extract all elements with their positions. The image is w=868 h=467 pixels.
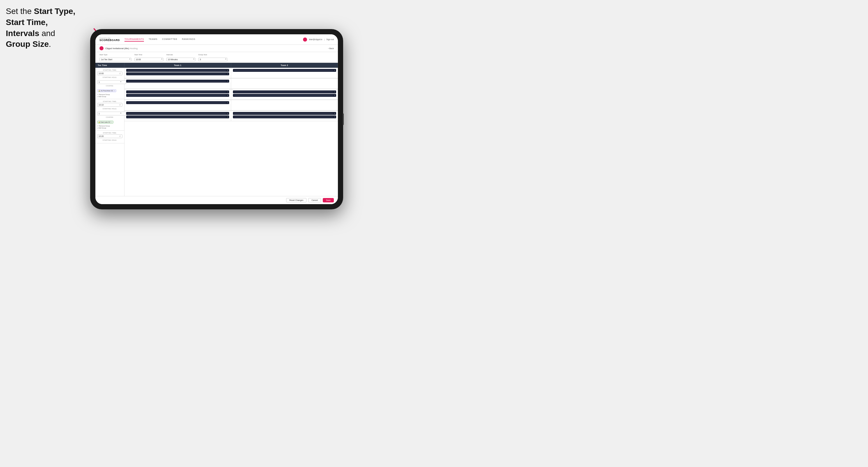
col-tee-time: Tee Time [95, 63, 124, 68]
user-email: blair@clippd.io [309, 38, 322, 40]
bottom-bar: Reset Changes Cancel Save [95, 196, 338, 204]
group-3-team2: ✕ ✕ [231, 111, 338, 121]
group-1-extra-right: ✕ [124, 79, 338, 89]
player-name-bar [127, 113, 226, 114]
table-header: Tee Time Team 1 Team 2 [95, 63, 338, 68]
col-team2: Team 2 [231, 63, 338, 68]
cancel-button[interactable]: Cancel [308, 198, 321, 203]
left-panel: STARTING TIME: 10:00 ⏱ STARTING HOLE: 1 … [95, 68, 124, 196]
player-row: ✕ [126, 80, 229, 83]
player-name-bar [127, 73, 226, 75]
player-row: ✕ [233, 116, 336, 118]
back-button[interactable]: ‹ Back [328, 48, 334, 50]
group-2-extra-right: ✕ [124, 100, 338, 111]
group-1-extra-team1: ✕ [124, 79, 231, 89]
right-panel: ✕ ✕ ✕ [124, 68, 338, 196]
sub-nav: Clippd Invitational (Me) Hosting ‹ Back [95, 45, 338, 52]
group-1-team2: ✕ [231, 68, 338, 78]
group-2-team2: ✕ ✕ [231, 89, 338, 100]
intervals-select[interactable]: 10 Minutes [166, 58, 195, 61]
group-1-left: STARTING TIME: 10:00 ⏱ STARTING HOLE: 1 … [95, 68, 124, 99]
player-name-bar [127, 81, 226, 82]
start-type-select-wrapper[interactable]: 1st Tee Start [99, 56, 131, 61]
group-size-select-wrapper[interactable]: 3 [198, 56, 227, 61]
player-row: ✕ [126, 72, 229, 75]
tab-committee[interactable]: COMMITTEE [162, 37, 177, 41]
course-remove-2[interactable]: ✕ [111, 121, 112, 123]
player-name-bar [234, 113, 333, 114]
group-3-right: ✕ ✕ ✕ ✕ [124, 111, 338, 121]
player-remove[interactable]: ✕ [227, 91, 228, 93]
start-time-select-wrapper[interactable]: 10:00 [134, 56, 163, 61]
player-remove[interactable]: ✕ [334, 91, 335, 93]
player-row: ✕ [233, 69, 336, 72]
start-type-label: Start Type [99, 54, 131, 56]
player-remove[interactable]: ✕ [334, 113, 335, 114]
course-tag-2: ⛳ East Lake GC ✕ [97, 119, 122, 124]
start-time-select[interactable]: 10:00 [134, 58, 163, 61]
add-group-2[interactable]: + Add Group [97, 127, 122, 129]
starting-hole-select-1[interactable]: 1 [97, 79, 122, 84]
group-1-team1: ✕ ✕ [124, 68, 231, 78]
group-1-right: ✕ ✕ ✕ [124, 68, 338, 79]
player-remove[interactable]: ✕ [334, 69, 335, 71]
col-team1: Team 1 [124, 63, 231, 68]
player-name-bar [127, 116, 226, 118]
player-row: ✕ [126, 69, 229, 72]
player-remove[interactable]: ✕ [227, 73, 228, 75]
player-remove[interactable]: ✕ [227, 69, 228, 71]
group-2-extra-team1: ✕ [124, 100, 231, 111]
player-remove[interactable]: ✕ [227, 102, 228, 103]
player-remove[interactable]: ✕ [334, 116, 335, 118]
course-label-2: COURSE: [97, 116, 122, 118]
app-logo: Powered by clipp SCOREBOARD [99, 37, 120, 41]
course-remove-1[interactable]: ✕ [114, 90, 115, 92]
hole-select-1[interactable]: 1 [97, 80, 126, 84]
hole-select-2[interactable]: 1 [97, 112, 126, 116]
reset-button[interactable]: Reset Changes [286, 198, 307, 203]
tournament-title: Clippd Invitational (Me) Hosting [105, 47, 328, 50]
starting-time-label-2: STARTING TIME: [97, 101, 122, 102]
group-2-actions: ○ Remove Group + Add Group [97, 125, 122, 129]
starting-hole-label-1: STARTING HOLE: [97, 76, 122, 78]
player-remove[interactable]: ✕ [227, 116, 228, 118]
player-remove[interactable]: ✕ [227, 80, 228, 82]
player-row: ✕ [126, 112, 229, 115]
save-button[interactable]: Save [323, 198, 334, 203]
player-row: ✕ [233, 90, 336, 93]
remove-group-1[interactable]: ○ Remove Group [97, 93, 122, 95]
course-tag-1: ⛳ (A) Peachtree GC ✕ [97, 87, 122, 92]
intervals-label: Intervals [166, 54, 195, 56]
starting-time-input-3[interactable]: 10:20 ⏱ [97, 134, 122, 138]
starting-time-label-3: STARTING TIME: [97, 132, 122, 134]
start-time-label: Start Time [134, 54, 163, 56]
group-size-select[interactable]: 3 [198, 58, 227, 61]
starting-time-label-1: STARTING TIME: [97, 69, 122, 71]
player-remove[interactable]: ✕ [227, 113, 228, 114]
tablet-device: Powered by clipp SCOREBOARD TOURNAMENTS … [90, 29, 343, 209]
group-3-team1: ✕ ✕ [124, 111, 231, 121]
starting-time-input-1[interactable]: 10:00 ⏱ [97, 71, 122, 75]
add-group-1[interactable]: + Add Group [97, 96, 122, 97]
starting-hole-select-2[interactable]: 1 [97, 110, 122, 116]
sign-out-link[interactable]: Sign out [326, 38, 334, 40]
starting-time-input-2[interactable]: 10:10 ⏱ [97, 103, 122, 107]
tab-tournaments[interactable]: TOURNAMENTS [124, 37, 144, 41]
player-remove[interactable]: ✕ [334, 94, 335, 96]
tab-teams[interactable]: TEAMS [149, 37, 157, 41]
intervals-select-wrapper[interactable]: 10 Minutes [166, 56, 195, 61]
tab-rankings[interactable]: RANKINGS [182, 37, 195, 41]
group-size-label: Group Size [198, 54, 227, 56]
start-type-group: Start Type 1st Tee Start [99, 54, 131, 61]
player-row: ✕ [233, 112, 336, 115]
start-type-select[interactable]: 1st Tee Start [99, 58, 131, 61]
user-avatar [303, 37, 307, 41]
player-row: ✕ [126, 90, 229, 93]
time-icon-2: ⏱ [119, 104, 121, 106]
tablet-screen: Powered by clipp SCOREBOARD TOURNAMENTS … [95, 34, 338, 204]
remove-group-2[interactable]: ○ Remove Group [97, 125, 122, 127]
group-1-actions: ○ Remove Group + Add Group [97, 93, 122, 97]
time-icon-1: ⏱ [119, 73, 121, 74]
player-remove[interactable]: ✕ [227, 94, 228, 96]
intervals-group: Intervals 10 Minutes [166, 54, 195, 61]
